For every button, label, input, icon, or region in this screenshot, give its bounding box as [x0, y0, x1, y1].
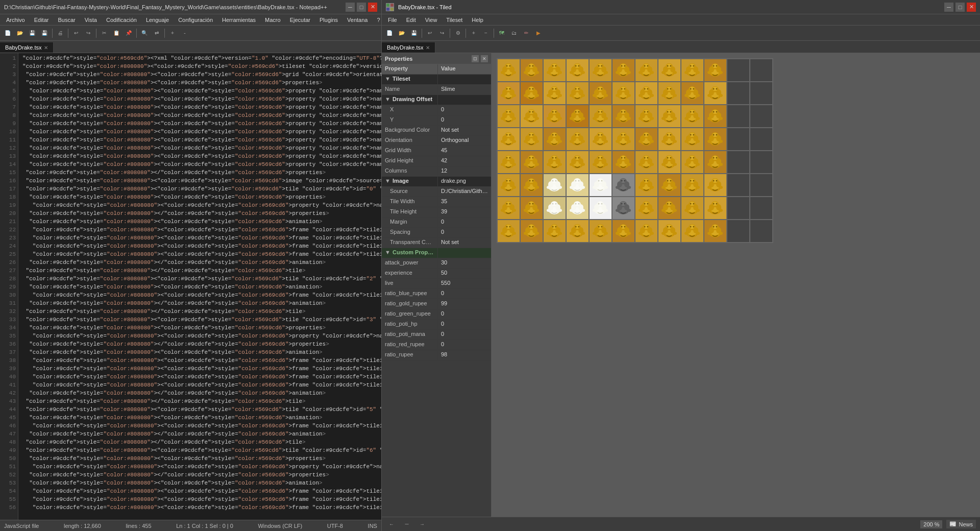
menu-editar[interactable]: Editar [30, 16, 53, 24]
prop-row-bgcolor[interactable]: Background Color Not set [382, 126, 491, 136]
menu-codificacion[interactable]: Codificación [102, 16, 141, 24]
tile-cell-12[interactable] [497, 82, 520, 105]
menu-lenguaje[interactable]: Lenguaje [142, 16, 173, 24]
tile-cell-53[interactable] [612, 151, 635, 174]
tiled-toolbar-video[interactable]: ▶ [533, 28, 544, 39]
prop-row-x[interactable]: X 0 [382, 105, 491, 115]
tile-cell-17[interactable] [612, 82, 635, 105]
tile-cell-20[interactable] [681, 82, 704, 105]
notepad-tab-babydraketsx[interactable]: BabyDrake.tsx ✕ [0, 42, 54, 53]
tile-cell-6[interactable] [635, 59, 658, 82]
tiled-toolbar-save[interactable]: 💾 [408, 28, 420, 39]
tile-cell-55[interactable] [658, 151, 681, 174]
tile-cell-89[interactable] [612, 220, 635, 243]
tile-cell-68[interactable] [681, 174, 704, 197]
tile-cell-54[interactable] [635, 151, 658, 174]
tile-cell-2[interactable] [543, 59, 566, 82]
toolbar-zoom-in[interactable]: + [167, 28, 178, 39]
tile-cell-92[interactable] [681, 220, 704, 243]
tiled-toolbar-new-tileset[interactable]: 🗺 [496, 28, 507, 39]
tile-cell-25[interactable] [520, 105, 543, 128]
tile-cell-58[interactable] [727, 151, 750, 174]
menu-configuracion[interactable]: Configuración [174, 16, 217, 24]
tile-cell-87[interactable] [566, 220, 589, 243]
tile-cell-83[interactable] [750, 197, 773, 220]
tiled-toolbar-zoom-in[interactable]: + [468, 28, 479, 39]
prop-ctrl-1[interactable]: ⊡ [472, 55, 479, 62]
tile-cell-35[interactable] [750, 105, 773, 128]
tiled-menu-edit[interactable]: Edit [402, 16, 420, 24]
tile-cell-41[interactable] [612, 128, 635, 151]
tile-cell-9[interactable] [704, 59, 727, 82]
tile-cell-90[interactable] [635, 220, 658, 243]
toolbar-print[interactable]: 🖨 [55, 28, 66, 39]
prop-row-orientation[interactable]: Orientation Orthogonal [382, 136, 491, 146]
tile-cell-93[interactable] [704, 220, 727, 243]
tile-cell-72[interactable] [497, 197, 520, 220]
tile-cell-51[interactable] [566, 151, 589, 174]
tile-cell-65[interactable] [612, 174, 635, 197]
tile-cell-43[interactable] [658, 128, 681, 151]
tiled-statusbar-back[interactable]: ← [386, 519, 397, 530]
tile-cell-81[interactable] [704, 197, 727, 220]
prop-row-ratioPotiMana[interactable]: ratio_poti_mana 0 [382, 330, 491, 340]
tiled-toolbar-undo[interactable]: ↩ [424, 28, 435, 39]
prop-row-name[interactable]: Name Slime [382, 85, 491, 95]
prop-row-gridwidth[interactable]: Grid Width 45 [382, 146, 491, 156]
code-area[interactable]: "color:#9cdcfe">style="color:#569cd6"><?… [18, 53, 381, 520]
tile-cell-27[interactable] [566, 105, 589, 128]
prop-ctrl-2[interactable]: ✕ [481, 55, 488, 62]
tile-cell-31[interactable] [658, 105, 681, 128]
tile-cell-52[interactable] [589, 151, 612, 174]
tile-cell-45[interactable] [704, 128, 727, 151]
news-badge[interactable]: 📰 News [946, 520, 976, 528]
prop-row-ratioRupee[interactable]: ratio_rupee 98 [382, 350, 491, 360]
tile-cell-38[interactable] [543, 128, 566, 151]
tile-cell-86[interactable] [543, 220, 566, 243]
tile-cell-15[interactable] [566, 82, 589, 105]
prop-row-ratioPotiHp[interactable]: ratio_poti_hp 0 [382, 320, 491, 330]
tile-cell-79[interactable] [658, 197, 681, 220]
tile-cell-1[interactable] [520, 59, 543, 82]
tab-close-icon[interactable]: ✕ [44, 45, 48, 51]
tile-cell-77[interactable] [612, 197, 635, 220]
tile-cell-39[interactable] [566, 128, 589, 151]
tile-cell-84[interactable] [497, 220, 520, 243]
tile-cell-37[interactable] [520, 128, 543, 151]
tile-cell-21[interactable] [704, 82, 727, 105]
tile-cell-66[interactable] [635, 174, 658, 197]
tile-cell-42[interactable] [635, 128, 658, 151]
toolbar-undo[interactable]: ↩ [70, 28, 82, 39]
tile-cell-24[interactable] [497, 105, 520, 128]
notepad-minimize-btn[interactable]: ─ [346, 3, 355, 12]
tile-cell-29[interactable] [612, 105, 635, 128]
prop-row-spacing[interactable]: Spacing 0 [382, 228, 491, 238]
prop-row-tilewidth[interactable]: Tile Width 35 [382, 197, 491, 207]
tile-cell-34[interactable] [727, 105, 750, 128]
tile-cell-61[interactable] [520, 174, 543, 197]
menu-ventana[interactable]: Ventana [343, 16, 372, 24]
tile-cell-26[interactable] [543, 105, 566, 128]
tile-cell-64[interactable] [589, 174, 612, 197]
prop-row-gridheight[interactable]: Grid Height 42 [382, 156, 491, 166]
prop-row-source[interactable]: Source D:/Christian/Github... [382, 187, 491, 197]
prop-row-ratioGold[interactable]: ratio_gold_rupee 99 [382, 299, 491, 309]
tiled-menu-help[interactable]: Help [468, 16, 487, 24]
tile-cell-57[interactable] [704, 151, 727, 174]
menu-herramientas[interactable]: Herramientas [218, 16, 260, 24]
tile-cell-16[interactable] [589, 82, 612, 105]
prop-row-transcolor[interactable]: Transparent Color Not set [382, 238, 491, 248]
toolbar-replace[interactable]: ⇄ [151, 28, 162, 39]
tiled-menu-file[interactable]: File [384, 16, 401, 24]
notepad-close-btn[interactable]: ✕ [368, 3, 377, 12]
tiled-toolbar-new[interactable]: 📄 [384, 28, 395, 39]
toolbar-save[interactable]: 💾 [27, 28, 38, 39]
tile-cell-49[interactable] [520, 151, 543, 174]
tile-cell-59[interactable] [750, 151, 773, 174]
tile-cell-71[interactable] [750, 174, 773, 197]
tile-cell-74[interactable] [543, 197, 566, 220]
tile-cell-11[interactable] [750, 59, 773, 82]
prop-row-columns[interactable]: Columns 12 [382, 166, 491, 177]
prop-row-experience[interactable]: experience 50 [382, 269, 491, 279]
toolbar-paste[interactable]: 📌 [123, 28, 134, 39]
